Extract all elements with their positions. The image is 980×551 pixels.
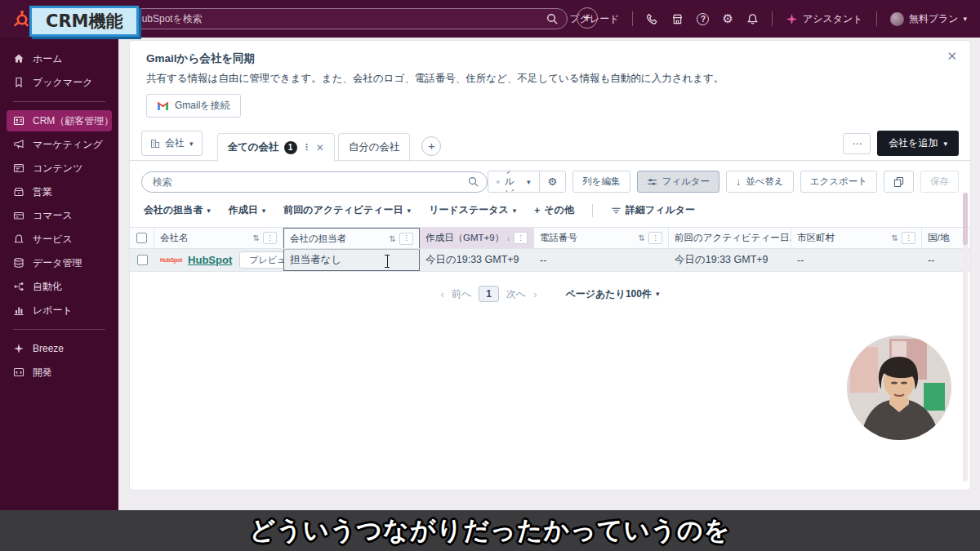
hubspot-logo-icon[interactable] [10, 9, 29, 29]
table-view-button[interactable]: テーブルビュー ▾ [488, 171, 538, 192]
search-icon[interactable] [546, 13, 558, 24]
filter-create-date[interactable]: 作成日 ▾ [229, 203, 266, 217]
sort-button[interactable]: ↓ 並べ替え [726, 171, 794, 193]
column-header-create-date[interactable]: 作成日（GMT+9） ↓⋮ [420, 228, 534, 248]
sidebar-item-label: Breeze [33, 343, 64, 354]
companies-table: 会社名 ⇅⋮ 会社の担当者 ⇅⋮ 作成日（GMT+9） ↓⋮ 電話番号 ⇅⋮ [130, 227, 970, 272]
sidebar-item-label: ホーム [33, 52, 63, 66]
marketplace-icon[interactable] [671, 13, 684, 25]
preview-button[interactable]: プレビュー [239, 251, 283, 269]
assistant-button[interactable]: アシスタント [786, 12, 863, 26]
column-menu-icon[interactable]: ⋮ [263, 232, 277, 244]
company-logo: HubSpot [160, 257, 182, 263]
sidebar-item-label: マーケティング [33, 138, 103, 152]
sort-desc-icon[interactable]: ↓ [506, 233, 510, 242]
vertical-scrollbar[interactable] [963, 193, 968, 482]
view-settings-button[interactable]: ⚙ [539, 171, 566, 192]
prev-page-button[interactable]: 前へ [452, 287, 471, 301]
table-row[interactable]: HubSpot HubSpot プレビュー 担当者なし 今日の19:33 GMT… [130, 248, 970, 272]
clone-view-button[interactable] [884, 171, 914, 193]
column-label: 作成日（GMT+9） [425, 232, 504, 244]
cell-owner[interactable]: 担当者なし [283, 249, 420, 271]
sidebar-item-data-management[interactable]: データ管理 [7, 252, 112, 273]
column-header-phone[interactable]: 電話番号 ⇅⋮ [534, 228, 669, 248]
sidebar-item-bookmarks[interactable]: ブックマーク [7, 72, 112, 93]
connect-gmail-button[interactable]: Gmailを接続 [146, 94, 241, 118]
global-search-input[interactable] [122, 8, 568, 29]
plan-menu[interactable]: 無料プラン ▾ [890, 12, 967, 26]
gear-icon: ⚙ [548, 176, 558, 188]
top-navigation-bar: + アップグレード ? ⚙ アシスタント 無料プラン ▾ [0, 0, 980, 38]
sort-both-icon[interactable]: ⇅ [639, 233, 645, 242]
tab-all-companies[interactable]: 全ての会社 1 ⋮ ✕ [217, 133, 335, 162]
sidebar-item-marketing[interactable]: マーケティング [7, 134, 112, 155]
select-all-checkbox[interactable] [136, 233, 147, 243]
column-header-last-activity[interactable]: 前回のアクティビティー日.. ⇅⋮ [669, 228, 791, 248]
sort-both-icon[interactable]: ⇅ [892, 233, 898, 242]
quick-create-button[interactable]: + [577, 7, 598, 29]
cell-last-activity: 今日の19:33 GMT+9 [669, 249, 791, 271]
sort-both-icon[interactable]: ⇅ [390, 234, 396, 243]
settings-gear-icon[interactable]: ⚙ [722, 11, 733, 26]
add-company-button[interactable]: 会社を追加 ▾ [877, 131, 959, 156]
sidebar-item-service[interactable]: サービス [7, 229, 112, 250]
next-page-button[interactable]: 次へ [506, 287, 526, 301]
tab-my-companies[interactable]: 自分の会社 [338, 133, 411, 162]
column-header-company-name[interactable]: 会社名 ⇅⋮ [154, 228, 283, 248]
column-header-city[interactable]: 市区町村 ⇅⋮ [791, 228, 922, 248]
sidebar-item-automation[interactable]: 自動化 [7, 276, 112, 297]
sidebar-item-home[interactable]: ホーム [7, 48, 112, 69]
table-search-input[interactable] [141, 171, 488, 193]
column-menu-icon[interactable]: ⋮ [902, 232, 915, 244]
sidebar-item-development[interactable]: 開発 [7, 362, 112, 383]
column-menu-icon[interactable]: ⋮ [399, 233, 413, 245]
add-view-button[interactable]: + [421, 136, 441, 156]
reports-icon [13, 304, 24, 316]
arrow-down-icon: ↓ [736, 176, 741, 188]
sidebar-item-label: コマース [33, 209, 73, 223]
cell-city: -- [791, 249, 922, 271]
filter-lead-status[interactable]: リードステータス ▾ [429, 203, 516, 217]
filter-label: フィルター [662, 176, 710, 188]
more-options-button[interactable]: ⋯ [843, 133, 871, 154]
column-menu-icon[interactable]: ⋮ [648, 232, 662, 244]
company-name-link[interactable]: HubSpot [188, 254, 232, 266]
sales-icon [13, 186, 24, 198]
crm-icon [13, 115, 24, 127]
tab-close-icon[interactable]: ✕ [316, 142, 324, 153]
per-page-selector[interactable]: ページあたり100件 ▾ [565, 287, 659, 301]
close-icon[interactable]: ✕ [947, 49, 957, 64]
calling-icon[interactable] [646, 13, 658, 25]
tab-menu-icon[interactable]: ⋮ [302, 142, 311, 153]
help-icon[interactable]: ? [697, 13, 709, 25]
sidebar-item-reports[interactable]: レポート [7, 300, 112, 321]
edit-columns-button[interactable]: 列を編集 [572, 171, 630, 193]
advanced-filters-button[interactable]: 詳細フィルター [611, 203, 695, 217]
sidebar-item-breeze[interactable]: Breeze [7, 338, 112, 359]
sidebar-item-sales[interactable]: 営業 [7, 181, 112, 202]
next-page-arrow-icon[interactable]: › [533, 288, 537, 300]
presenter-photo [847, 335, 951, 440]
row-checkbox[interactable] [137, 255, 148, 265]
sidebar-item-content[interactable]: コンテンツ [7, 158, 112, 179]
filter-last-activity[interactable]: 前回のアクティビティー日 ▾ [283, 203, 411, 217]
export-button[interactable]: エクスポート [800, 171, 877, 193]
column-menu-icon[interactable]: ⋮ [514, 232, 528, 244]
filter-company-owner[interactable]: 会社の担当者 ▾ [144, 203, 211, 217]
advanced-filter-label: 詳細フィルター [626, 203, 695, 217]
save-view-button[interactable]: 保存 [920, 171, 959, 193]
column-header-company-owner[interactable]: 会社の担当者 ⇅⋮ [283, 228, 420, 248]
sort-both-icon[interactable]: ⇅ [253, 233, 260, 242]
sidebar-item-commerce[interactable]: コマース [7, 205, 112, 226]
prev-page-arrow-icon[interactable]: ‹ [441, 288, 444, 300]
current-page[interactable]: 1 [479, 286, 499, 302]
marketing-icon [13, 139, 24, 150]
object-selector-button[interactable]: 会社 ▾ [141, 131, 203, 156]
table-view-label: テーブルビュー [505, 171, 522, 193]
table-view-button-group: テーブルビュー ▾ ⚙ [488, 171, 566, 193]
notifications-bell-icon[interactable] [746, 13, 759, 25]
filter-button[interactable]: フィルター [637, 171, 720, 193]
filter-more[interactable]: + その他 [534, 203, 574, 217]
sidebar-item-crm[interactable]: CRM（顧客管理） [7, 110, 112, 131]
view-panel: テーブルビュー ▾ ⚙ 列を編集 フィルター [130, 160, 970, 302]
